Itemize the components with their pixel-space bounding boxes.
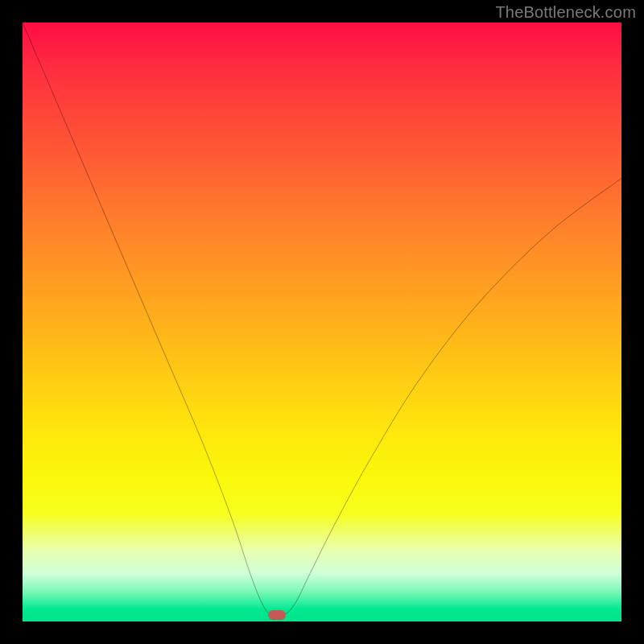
watermark-text: TheBottleneck.com [495, 3, 636, 22]
optimum-marker [268, 610, 286, 620]
curve-line [23, 23, 621, 621]
chart-frame: TheBottleneck.com [0, 0, 644, 644]
plot-area [23, 23, 621, 621]
